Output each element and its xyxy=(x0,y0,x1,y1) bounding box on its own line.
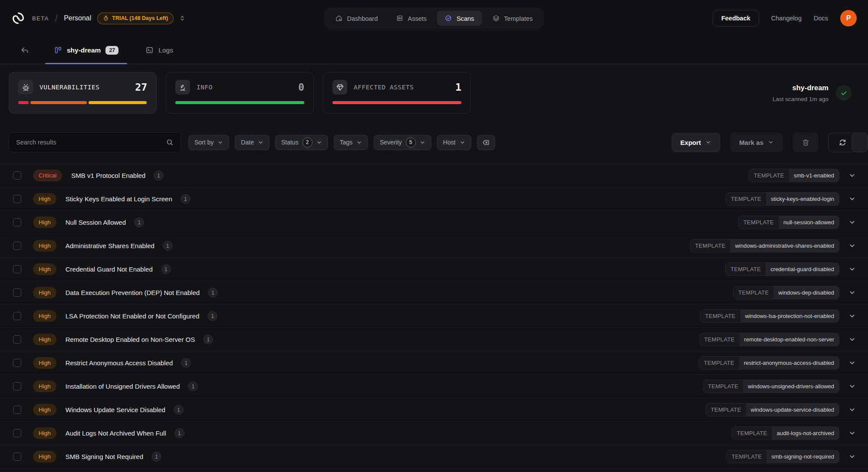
export-button[interactable]: Export xyxy=(671,133,721,152)
back-button[interactable] xyxy=(17,43,32,58)
template-pill[interactable]: TEMPLATE smb-signing-not-required xyxy=(726,450,839,463)
template-pill[interactable]: TEMPLATE audit-logs-not-archived xyxy=(732,426,839,440)
table-row[interactable]: High Windows Update Service Disabled 1 T… xyxy=(0,398,868,422)
row-checkbox[interactable] xyxy=(13,171,21,180)
finding-title: SMB Signing Not Required xyxy=(66,453,143,460)
row-checkbox[interactable] xyxy=(13,335,21,344)
cutoff-button[interactable] xyxy=(852,133,868,152)
template-pill[interactable]: TEMPLATE windows-administrative-shares-e… xyxy=(690,239,839,252)
summary-card[interactable]: VULNERABILITIES 27 xyxy=(9,72,157,114)
expand-chevron-icon[interactable] xyxy=(848,406,856,413)
filter-dropdown-host[interactable]: Host xyxy=(437,135,471,150)
table-row[interactable]: High Null Session Allowed 1 TEMPLATE nul… xyxy=(0,211,868,234)
bug-icon xyxy=(22,83,30,92)
expand-chevron-icon[interactable] xyxy=(848,219,856,226)
tab-logs[interactable]: Logs xyxy=(136,36,183,64)
filter-dropdown-severity[interactable]: Severity 5 xyxy=(374,135,431,150)
search-input[interactable] xyxy=(16,139,166,146)
template-id: windows-administrative-shares-enabled xyxy=(730,239,839,252)
nav-item-assets[interactable]: Assets xyxy=(388,11,435,26)
severity-bar-segment xyxy=(18,101,29,104)
template-pill[interactable]: TEMPLATE windows-update-service-disabled xyxy=(706,403,839,416)
card-value: 0 xyxy=(298,82,304,93)
template-id: windows-unsigned-drivers-allowed xyxy=(743,380,839,393)
expand-chevron-icon[interactable] xyxy=(848,453,856,460)
table-row[interactable]: High Restrict Anonymous Access Disabled … xyxy=(0,351,868,375)
delete-button[interactable] xyxy=(792,133,819,152)
row-checkbox[interactable] xyxy=(13,242,21,250)
template-pill[interactable]: TEMPLATE windows-lsa-protection-not-enab… xyxy=(700,309,839,323)
changelog-link[interactable]: Changelog xyxy=(771,15,802,22)
clear-filters-button[interactable] xyxy=(477,135,495,150)
expand-chevron-icon[interactable] xyxy=(848,195,856,203)
row-checkbox[interactable] xyxy=(13,429,21,437)
expand-chevron-icon[interactable] xyxy=(848,289,856,296)
row-checkbox[interactable] xyxy=(13,288,21,297)
expand-chevron-icon[interactable] xyxy=(848,266,856,273)
finding-count-badge: 1 xyxy=(181,358,191,368)
filter-dropdown-sort-by[interactable]: Sort by xyxy=(188,135,229,150)
row-checkbox[interactable] xyxy=(13,195,21,203)
table-row[interactable]: High Audit Logs Not Archived When Full 1… xyxy=(0,422,868,445)
template-pill[interactable]: TEMPLATE windows-dep-disabled xyxy=(733,286,839,299)
template-pill[interactable]: TEMPLATE smb-v1-enabled xyxy=(749,169,839,182)
row-checkbox[interactable] xyxy=(13,406,21,414)
nav-item-dashboard[interactable]: Dashboard xyxy=(328,11,386,26)
template-pill[interactable]: TEMPLATE restrict-anonymous-access-disab… xyxy=(699,356,839,370)
app-logo-icon[interactable] xyxy=(11,11,25,25)
filter-dropdown-status[interactable]: Status 2 xyxy=(275,135,328,150)
expand-chevron-icon[interactable] xyxy=(848,336,856,343)
table-row[interactable]: Critical SMB v1 Protocol Enabled 1 TEMPL… xyxy=(0,164,868,187)
row-checkbox[interactable] xyxy=(13,312,21,320)
tab-scan-results[interactable]: shy-dream 27 xyxy=(44,36,128,64)
finding-count-badge: 1 xyxy=(207,311,217,321)
template-id: smb-signing-not-required xyxy=(766,450,839,463)
template-pill[interactable]: TEMPLATE windows-unsigned-drivers-allowe… xyxy=(703,380,839,393)
severity-badge: High xyxy=(33,427,56,439)
table-row[interactable]: High SMB Signing Not Required 1 TEMPLATE… xyxy=(0,445,868,469)
search-icon xyxy=(166,138,174,146)
workspace-selector-icon[interactable] xyxy=(179,15,186,22)
nav-item-templates[interactable]: Templates xyxy=(484,11,540,26)
severity-bar-segment xyxy=(30,101,87,104)
workspace-name[interactable]: Personal xyxy=(64,14,91,22)
filter-dropdown-date[interactable]: Date xyxy=(235,135,270,150)
expand-chevron-icon[interactable] xyxy=(848,359,856,367)
table-row[interactable]: High Remote Desktop Enabled on Non-Serve… xyxy=(0,328,868,351)
table-row[interactable]: High Data Execution Prevention (DEP) Not… xyxy=(0,281,868,305)
expand-chevron-icon[interactable] xyxy=(848,312,856,320)
summary-card[interactable]: INFO 0 xyxy=(166,72,314,114)
row-checkbox[interactable] xyxy=(13,265,21,273)
finding-count-badge: 1 xyxy=(208,288,218,298)
row-checkbox[interactable] xyxy=(13,382,21,390)
table-row[interactable]: High Sticky Keys Enabled at Login Screen… xyxy=(0,187,868,211)
severity-bar-segment xyxy=(89,101,147,104)
templates-icon xyxy=(492,15,500,22)
trial-badge[interactable]: TRIAL (148 Days Left) xyxy=(97,13,174,24)
template-pill[interactable]: TEMPLATE sticky-keys-enabled-login xyxy=(726,192,839,206)
nav-item-scans[interactable]: Scans xyxy=(437,11,482,26)
template-pill[interactable]: TEMPLATE credential-guard-disabled xyxy=(725,262,839,276)
feedback-button[interactable]: Feedback xyxy=(713,10,759,26)
table-row[interactable]: High Installation of Unsigned Drivers Al… xyxy=(0,375,868,398)
summary-card[interactable]: AFFECTED ASSETS 1 xyxy=(323,72,471,114)
table-row[interactable]: High LSA Protection Not Enabled or Not C… xyxy=(0,305,868,328)
expand-chevron-icon[interactable] xyxy=(848,242,856,249)
mark-as-button[interactable]: Mark as xyxy=(730,133,783,152)
avatar[interactable]: P xyxy=(840,10,857,26)
tab-scan-label: shy-dream xyxy=(67,46,101,54)
severity-badge: High xyxy=(33,193,56,205)
row-checkbox[interactable] xyxy=(13,359,21,367)
docs-link[interactable]: Docs xyxy=(814,15,828,22)
filter-dropdown-tags[interactable]: Tags xyxy=(334,135,368,150)
table-row[interactable]: High Credential Guard Not Enabled 1 TEMP… xyxy=(0,258,868,281)
severity-badge: High xyxy=(33,380,56,392)
expand-chevron-icon[interactable] xyxy=(848,172,856,179)
row-checkbox[interactable] xyxy=(13,218,21,226)
template-pill[interactable]: TEMPLATE null-session-allowed xyxy=(738,216,839,229)
table-row[interactable]: High Administrative Shares Enabled 1 TEM… xyxy=(0,234,868,258)
expand-chevron-icon[interactable] xyxy=(848,383,856,390)
expand-chevron-icon[interactable] xyxy=(848,429,856,437)
row-checkbox[interactable] xyxy=(13,452,21,461)
template-pill[interactable]: TEMPLATE remote-desktop-enabled-non-serv… xyxy=(699,333,839,346)
